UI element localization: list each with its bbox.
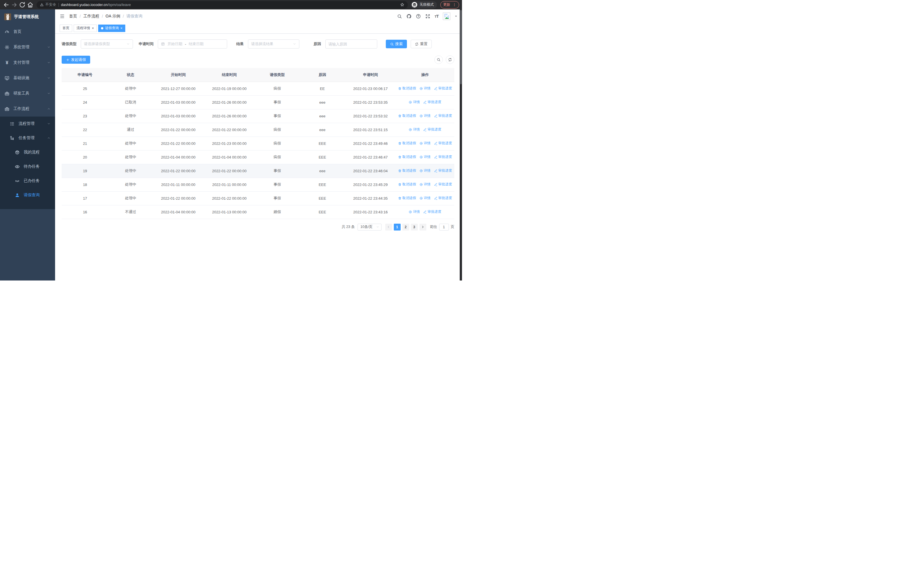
sidebar-item-payment-management[interactable]: ¥支付管理: [0, 55, 55, 70]
bookmark-star-icon[interactable]: [400, 3, 404, 7]
progress-action-link[interactable]: 审批进度: [434, 86, 452, 91]
sidebar-item-dev-tools[interactable]: 研发工具: [0, 86, 55, 101]
action-label: 取消请假: [402, 141, 416, 146]
detail-action-link[interactable]: 详情: [409, 100, 420, 105]
prev-page-button[interactable]: [385, 224, 392, 230]
cancel-action-link[interactable]: 取消请假: [398, 182, 416, 187]
forward-icon[interactable]: [11, 2, 18, 8]
header-search-icon[interactable]: [397, 14, 402, 19]
page-size-select[interactable]: 10条/页: [357, 224, 381, 230]
close-icon[interactable]: ×: [120, 27, 122, 30]
reason-input[interactable]: [328, 42, 374, 46]
sidebar-item-system-management[interactable]: 系统管理: [0, 39, 55, 55]
progress-action-link[interactable]: 审批进度: [434, 141, 452, 146]
sidebar-item-leave-query[interactable]: 请假查询: [0, 188, 55, 202]
sidebar-logo[interactable]: 芋道管理系统: [0, 9, 55, 24]
fullscreen-icon[interactable]: [425, 14, 430, 19]
progress-action-link[interactable]: 审批进度: [434, 196, 452, 200]
detail-action-link[interactable]: 详情: [409, 127, 420, 132]
cell-apply: 2022-01-22 23:45:29: [345, 177, 396, 191]
page-button-1[interactable]: 1: [394, 224, 400, 230]
sidebar-item-done-tasks[interactable]: 已办任务: [0, 174, 55, 188]
sidebar-item-infrastructure[interactable]: 基础设施: [0, 70, 55, 86]
progress-action-link[interactable]: 审批进度: [423, 127, 441, 132]
detail-action-link[interactable]: 详情: [409, 209, 420, 214]
browser-update-button[interactable]: 更新: [440, 1, 459, 9]
font-size-icon[interactable]: TT: [435, 14, 439, 18]
cancel-action-link[interactable]: 取消请假: [398, 113, 416, 118]
kebab-menu-icon[interactable]: [453, 3, 456, 7]
next-page-button[interactable]: [420, 224, 426, 230]
reload-icon[interactable]: [19, 2, 26, 8]
progress-action-link[interactable]: 审批进度: [423, 209, 441, 214]
create-leave-button[interactable]: 发起请假: [62, 56, 90, 64]
cell-end: 2022-01-11 00:00:00: [204, 177, 255, 191]
action-label: 取消请假: [402, 113, 416, 118]
tab-process-detail[interactable]: 流程详情×: [74, 24, 97, 32]
detail-action-link[interactable]: 详情: [420, 113, 430, 118]
security-chip[interactable]: 不安全: [40, 2, 56, 7]
table-row: 24已取消2022-01-03 00:00:002022-01-26 00:00…: [62, 95, 454, 109]
column-header: 请假类型: [255, 68, 300, 82]
progress-action-link[interactable]: 审批进度: [423, 100, 441, 105]
user-menu-caret-icon[interactable]: [454, 15, 458, 18]
sidebar-item-task-management[interactable]: 任务管理: [0, 131, 55, 145]
cancel-action-link[interactable]: 取消请假: [398, 141, 416, 146]
cancel-action-link[interactable]: 取消请假: [398, 196, 416, 200]
leave-type-select[interactable]: 请选择请假类型: [81, 39, 133, 48]
cancel-action-link[interactable]: 取消请假: [398, 86, 416, 91]
refresh-table-button[interactable]: [446, 56, 454, 64]
detail-action-link[interactable]: 详情: [420, 86, 430, 91]
help-icon[interactable]: [416, 14, 421, 19]
progress-action-link[interactable]: 审批进度: [434, 155, 452, 159]
action-label: 详情: [413, 209, 420, 214]
column-header: 原因: [300, 68, 345, 82]
sidebar-item-home[interactable]: 首页: [0, 24, 55, 39]
cancel-action-link[interactable]: 取消请假: [398, 168, 416, 173]
edit-icon: [423, 101, 427, 104]
progress-action-link[interactable]: 审批进度: [434, 182, 452, 187]
cell-id: 18: [62, 177, 108, 191]
page-button-2[interactable]: 2: [402, 224, 409, 230]
breadcrumb-workflow[interactable]: 工作流程: [83, 14, 99, 19]
breadcrumb-home[interactable]: 首页: [69, 14, 77, 19]
apply-time-range-picker[interactable]: 开始日期 - 结束日期: [158, 39, 227, 48]
github-icon[interactable]: [406, 14, 411, 19]
pagination: 共 23 条 10条/页 123 前往 页: [62, 224, 454, 230]
chevron-down-icon: [47, 76, 51, 80]
cancel-action-link[interactable]: 取消请假: [398, 155, 416, 159]
home-icon[interactable]: [27, 2, 34, 8]
goto-page-input[interactable]: [439, 224, 449, 230]
url-bar[interactable]: 不安全 dashboard.yudao.iocoder.cn/bpm/oa/le…: [36, 1, 408, 9]
cell-reason: eee: [300, 109, 345, 123]
sidebar-item-process-management[interactable]: 流程管理: [0, 117, 55, 131]
result-select[interactable]: 请选择流结果: [248, 39, 299, 48]
progress-action-link[interactable]: 审批进度: [434, 168, 452, 173]
progress-action-link[interactable]: 审批进度: [434, 113, 452, 118]
warning-icon: [40, 3, 44, 7]
sidebar-item-my-process[interactable]: 我的流程: [0, 145, 55, 159]
detail-action-link[interactable]: 详情: [420, 182, 430, 187]
cell-start: 2021-12-27 00:00:00: [153, 82, 204, 95]
detail-action-link[interactable]: 详情: [420, 196, 430, 200]
breadcrumb-oa-example[interactable]: OA 示例: [106, 14, 120, 19]
sidebar-toggle-icon[interactable]: [60, 14, 65, 19]
scrollbar[interactable]: [460, 9, 462, 281]
tab-home[interactable]: 首页: [60, 24, 72, 32]
page-button-3[interactable]: 3: [411, 224, 418, 230]
detail-action-link[interactable]: 详情: [420, 155, 430, 159]
show-search-button[interactable]: [434, 56, 443, 64]
action-label: 审批进度: [428, 127, 441, 132]
scrollbar-thumb[interactable]: [460, 10, 462, 84]
avatar[interactable]: [443, 12, 450, 20]
reset-button[interactable]: 重置: [411, 40, 432, 48]
detail-action-link[interactable]: 详情: [420, 141, 430, 146]
end-date-placeholder: 结束日期: [189, 41, 204, 47]
back-icon[interactable]: [3, 2, 10, 8]
search-button[interactable]: 搜索: [386, 40, 407, 48]
tab-leave-query[interactable]: 请假查询×: [98, 24, 125, 32]
sidebar-item-workflow[interactable]: 工作流程: [0, 101, 55, 117]
close-icon[interactable]: ×: [92, 27, 94, 30]
sidebar-item-todo-tasks[interactable]: 待办任务: [0, 159, 55, 174]
detail-action-link[interactable]: 详情: [420, 168, 430, 173]
